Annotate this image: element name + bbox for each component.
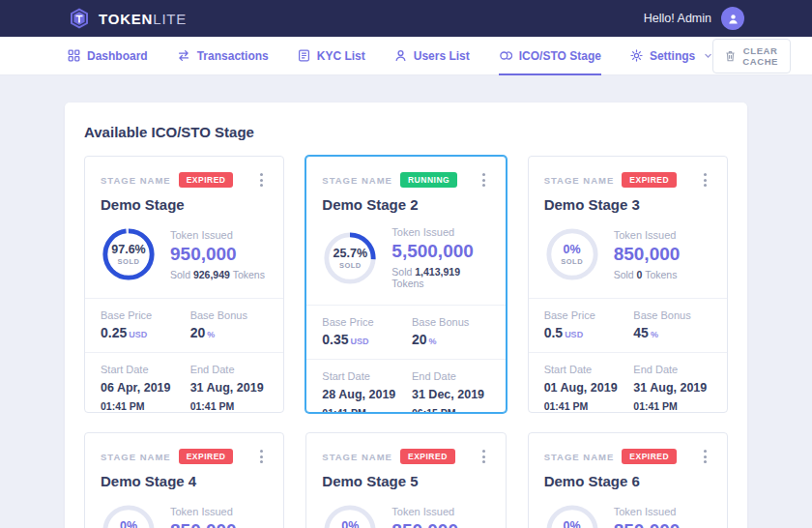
stage-title: Demo Stage 2 — [322, 196, 489, 213]
kebab-menu-icon[interactable] — [255, 447, 268, 466]
kebab-menu-icon[interactable] — [478, 170, 490, 190]
sold-caption: SOLD — [339, 261, 362, 270]
kebab-menu-icon[interactable] — [699, 170, 711, 190]
token-issued-label: Token Issued — [170, 506, 237, 517]
stage-card[interactable]: STAGE NAME EXPIRED Demo Stage 4 0% — [84, 432, 284, 528]
base-bonus-value: 45% — [633, 325, 711, 340]
sold-percent: 0% — [341, 519, 359, 528]
tokenlite-logo-icon — [68, 7, 91, 30]
base-price-value: 0.35USD — [322, 332, 400, 347]
sold-percent: 25.7% — [334, 247, 367, 260]
grid-icon — [68, 49, 80, 62]
status-badge: RUNNING — [400, 172, 457, 188]
document-list-icon — [298, 49, 310, 62]
sold-percent: 0% — [120, 519, 137, 528]
gear-icon — [630, 49, 643, 62]
stage-name-label: STAGE NAME — [101, 452, 171, 462]
sold-tokens-line: Sold 1,413,919 Tokens — [392, 266, 489, 289]
status-badge: EXPIRED — [400, 449, 455, 464]
kebab-menu-icon[interactable] — [699, 447, 711, 466]
nav-item-transactions[interactable]: Transactions — [177, 37, 269, 74]
stage-title: Demo Stage 6 — [544, 473, 711, 489]
nav-bar: Dashboard Transactions KYC List — [0, 37, 812, 75]
sold-tokens-line: Sold 926,949 Tokens — [170, 269, 265, 280]
clear-cache-button[interactable]: CLEAR CACHE — [712, 39, 791, 73]
token-issued-value: 5,500,000 — [392, 241, 489, 262]
end-date-value: 31 Aug, 2019 01:41 PM — [190, 379, 269, 413]
brand-logo[interactable]: TOKENLITE — [68, 7, 187, 30]
sold-donut-chart: 97.6% SOLD — [101, 226, 157, 282]
base-bonus-value: 20% — [412, 332, 490, 347]
sold-donut-chart: 25.7% SOLD — [322, 230, 378, 286]
start-date-label: Start Date — [544, 364, 623, 375]
stage-card-active[interactable]: STAGE NAME RUNNING Demo Stage 2 25.7% — [305, 156, 506, 413]
user-avatar[interactable] — [721, 7, 744, 30]
stage-title: Demo Stage 5 — [322, 473, 489, 489]
stage-name-label: STAGE NAME — [101, 175, 171, 186]
end-date-label: End Date — [633, 364, 711, 375]
token-issued-label: Token Issued — [614, 506, 681, 517]
nav-item-ico-sto-stage[interactable]: ICO/STO Stage — [499, 37, 601, 74]
person-icon — [727, 13, 740, 25]
start-date-label: Start Date — [101, 364, 179, 375]
stage-title: Demo Stage 4 — [101, 473, 268, 489]
status-badge: EXPIRED — [622, 172, 677, 188]
end-date-value: 31 Aug, 2019 01:41 PM — [633, 379, 711, 413]
kebab-menu-icon[interactable] — [478, 447, 490, 466]
status-badge: EXPIRED — [179, 449, 234, 464]
nav-item-kyc-list[interactable]: KYC List — [298, 37, 365, 74]
start-date-label: Start Date — [322, 370, 400, 382]
trash-icon — [725, 50, 736, 62]
nav-item-users-list[interactable]: Users List — [394, 37, 470, 74]
token-issued-value: 850,000 — [614, 244, 681, 265]
sold-donut-chart: 0% SOLD — [101, 503, 157, 528]
stage-title: Demo Stage 3 — [544, 196, 711, 213]
nav-item-settings[interactable]: Settings — [630, 37, 712, 74]
nav-item-dashboard[interactable]: Dashboard — [68, 37, 148, 74]
kebab-menu-icon[interactable] — [255, 170, 268, 190]
base-price-label: Base Price — [101, 309, 179, 321]
brand-name: TOKENLITE — [99, 11, 187, 27]
stages-panel: Available ICO/STO Stage STAGE NAME EXPIR… — [65, 103, 747, 528]
sold-percent: 0% — [564, 243, 581, 256]
base-price-value: 0.5USD — [544, 325, 623, 340]
content-area: Available ICO/STO Stage STAGE NAME EXPIR… — [0, 75, 812, 528]
base-bonus-label: Base Bonus — [633, 309, 711, 321]
greeting-text: Hello! Admin — [644, 12, 711, 25]
stage-card[interactable]: STAGE NAME EXPIRED Demo Stage 6 0% — [528, 432, 728, 528]
sold-percent: 97.6% — [111, 243, 145, 256]
start-date-value: 01 Aug, 2019 01:41 PM — [544, 379, 623, 413]
stage-cards-grid: STAGE NAME EXPIRED Demo Stage 97.6% — [84, 156, 728, 528]
status-badge: EXPIRED — [622, 449, 677, 464]
stage-name-label: STAGE NAME — [322, 452, 392, 462]
token-issued-label: Token Issued — [170, 229, 265, 241]
sold-donut-chart: 0% SOLD — [544, 226, 600, 282]
coins-icon — [499, 49, 512, 62]
sold-caption: SOLD — [118, 257, 140, 266]
stage-name-label: STAGE NAME — [322, 175, 392, 186]
sold-tokens-line: Sold 0 Tokens — [614, 269, 681, 280]
status-badge: EXPIRED — [179, 172, 234, 188]
sold-percent: 0% — [564, 519, 581, 528]
start-date-value: 06 Apr, 2019 01:41 PM — [101, 379, 179, 413]
base-price-label: Base Price — [544, 309, 623, 321]
swap-arrows-icon — [177, 49, 190, 62]
sold-caption: SOLD — [561, 257, 583, 266]
base-price-label: Base Price — [322, 316, 400, 328]
base-bonus-value: 20% — [190, 325, 269, 340]
base-bonus-label: Base Bonus — [190, 309, 269, 321]
token-issued-value: 850,000 — [614, 520, 681, 528]
stage-card[interactable]: STAGE NAME EXPIRED Demo Stage 3 0% — [528, 156, 728, 413]
user-icon — [394, 49, 407, 62]
start-date-value: 28 Aug, 2019 01:41 PM — [322, 386, 400, 413]
stage-card[interactable]: STAGE NAME EXPIRED Demo Stage 97.6% — [84, 156, 284, 413]
token-issued-label: Token Issued — [392, 226, 489, 238]
sold-donut-chart: 0% SOLD — [544, 503, 600, 528]
token-issued-value: 950,000 — [170, 244, 265, 265]
top-bar: TOKENLITE Hello! Admin — [0, 0, 812, 37]
token-issued-label: Token Issued — [392, 506, 458, 517]
end-date-value: 31 Dec, 2019 06:15 PM — [412, 386, 490, 413]
chevron-down-icon — [704, 51, 712, 60]
sold-donut-chart: 0% SOLD — [322, 503, 378, 528]
stage-card[interactable]: STAGE NAME EXPIRED Demo Stage 5 0% — [305, 432, 506, 528]
